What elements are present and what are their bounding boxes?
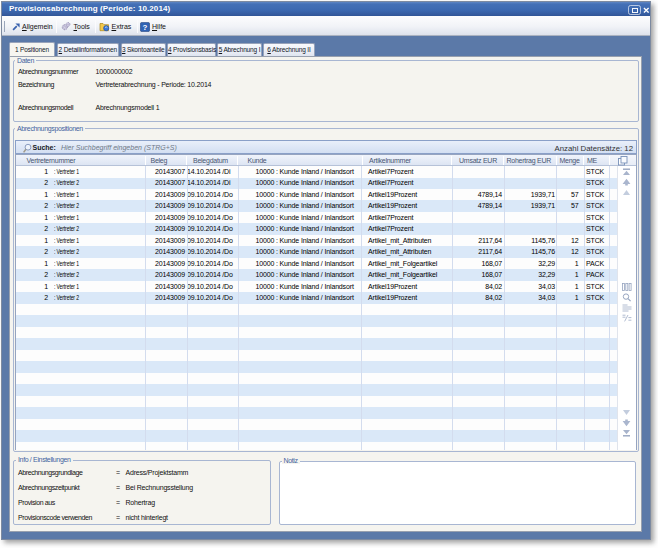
svg-text:?: ? (143, 22, 148, 31)
